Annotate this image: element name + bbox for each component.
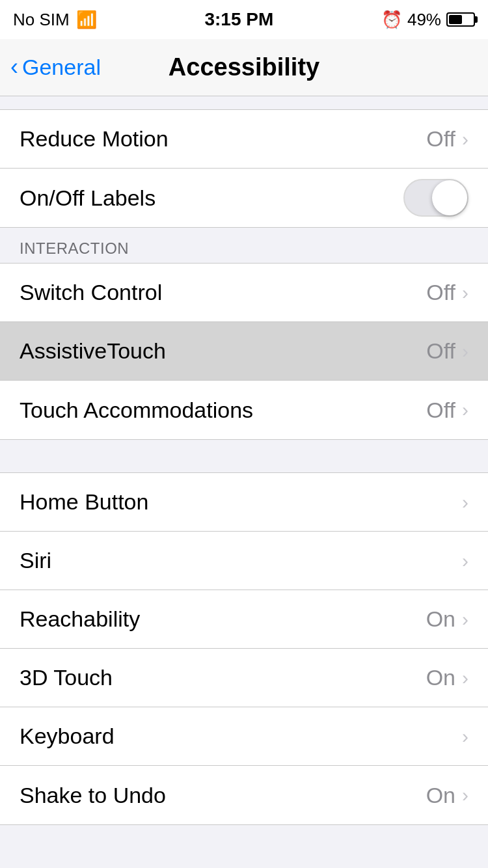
onoff-labels-toggle[interactable] xyxy=(403,179,468,217)
reduce-motion-chevron-icon: › xyxy=(462,128,468,150)
home-button-right: › xyxy=(462,491,468,513)
home-button-chevron-icon: › xyxy=(462,491,468,513)
reachability-label: Reachability xyxy=(20,606,140,632)
switch-control-right: Off › xyxy=(426,280,468,305)
interaction-list: Switch Control Off › AssistiveTouch Off … xyxy=(0,263,488,440)
siri-right: › xyxy=(462,550,468,572)
toggle-knob xyxy=(432,180,467,215)
assistivetouch-label: AssistiveTouch xyxy=(20,338,166,364)
siri-item[interactable]: Siri › xyxy=(0,532,488,590)
3d-touch-label: 3D Touch xyxy=(20,665,113,690)
3d-touch-chevron-icon: › xyxy=(462,667,468,689)
shake-to-undo-chevron-icon: › xyxy=(462,784,468,806)
siri-label: Siri xyxy=(20,548,51,573)
onoff-labels-label: On/Off Labels xyxy=(20,185,156,211)
section-interaction: INTERACTION Switch Control Off › Assisti… xyxy=(0,228,488,440)
section-more: Home Button › Siri › Reachability On › 3… xyxy=(0,472,488,825)
section-motion: Reduce Motion Off › On/Off Labels xyxy=(0,96,488,228)
page-title: Accessibility xyxy=(169,53,319,81)
more-list: Home Button › Siri › Reachability On › 3… xyxy=(0,472,488,825)
reachability-right: On › xyxy=(426,606,468,632)
reduce-motion-value: Off xyxy=(426,126,455,152)
touch-accommodations-label: Touch Accommodations xyxy=(20,398,253,423)
switch-control-chevron-icon: › xyxy=(462,282,468,304)
top-spacer xyxy=(0,96,488,109)
touch-accommodations-right: Off › xyxy=(426,398,468,423)
back-button[interactable]: ‹ General xyxy=(10,55,101,81)
siri-chevron-icon: › xyxy=(462,550,468,572)
touch-accommodations-chevron-icon: › xyxy=(462,399,468,421)
3d-touch-value: On xyxy=(426,665,455,690)
alarm-icon: ⏰ xyxy=(381,10,402,30)
interaction-section-header: INTERACTION xyxy=(0,228,488,263)
keyboard-item[interactable]: Keyboard › xyxy=(0,707,488,766)
home-button-label: Home Button xyxy=(20,489,148,515)
battery-percent: 49% xyxy=(407,10,441,30)
reduce-motion-label: Reduce Motion xyxy=(20,126,169,152)
back-label: General xyxy=(22,55,101,80)
reachability-chevron-icon: › xyxy=(462,608,468,631)
shake-to-undo-label: Shake to Undo xyxy=(20,783,166,808)
keyboard-label: Keyboard xyxy=(20,724,115,749)
assistivetouch-right: Off › xyxy=(426,338,468,364)
onoff-labels-item[interactable]: On/Off Labels xyxy=(0,169,488,227)
touch-accommodations-item[interactable]: Touch Accommodations Off › xyxy=(0,381,488,439)
group-spacer xyxy=(0,440,488,472)
shake-to-undo-right: On › xyxy=(426,783,468,808)
touch-accommodations-value: Off xyxy=(426,398,455,423)
keyboard-right: › xyxy=(462,726,468,748)
shake-to-undo-value: On xyxy=(426,783,455,808)
reduce-motion-item[interactable]: Reduce Motion Off › xyxy=(0,110,488,169)
3d-touch-right: On › xyxy=(426,665,468,690)
back-chevron-icon: ‹ xyxy=(10,53,18,81)
nav-bar: ‹ General Accessibility xyxy=(0,39,488,96)
battery-body xyxy=(446,12,475,27)
status-time: 3:15 PM xyxy=(204,9,273,30)
switch-control-label: Switch Control xyxy=(20,280,162,305)
motion-list: Reduce Motion Off › On/Off Labels xyxy=(0,109,488,228)
battery-fill xyxy=(449,15,462,24)
status-left: No SIM 📶 xyxy=(13,10,97,30)
assistivetouch-item[interactable]: AssistiveTouch Off › xyxy=(0,322,488,381)
onoff-labels-right xyxy=(403,179,468,217)
home-button-item[interactable]: Home Button › xyxy=(0,473,488,532)
reachability-value: On xyxy=(426,606,455,632)
keyboard-chevron-icon: › xyxy=(462,726,468,748)
switch-control-value: Off xyxy=(426,280,455,305)
shake-to-undo-item[interactable]: Shake to Undo On › xyxy=(0,766,488,824)
battery-icon xyxy=(446,12,475,27)
reachability-item[interactable]: Reachability On › xyxy=(0,590,488,649)
status-bar: No SIM 📶 3:15 PM ⏰ 49% xyxy=(0,0,488,39)
switch-control-item[interactable]: Switch Control Off › xyxy=(0,264,488,322)
assistivetouch-chevron-icon: › xyxy=(462,340,468,362)
status-right: ⏰ 49% xyxy=(381,10,475,30)
3d-touch-item[interactable]: 3D Touch On › xyxy=(0,649,488,707)
carrier-label: No SIM xyxy=(13,10,70,30)
reduce-motion-right: Off › xyxy=(426,126,468,152)
assistivetouch-value: Off xyxy=(426,338,455,364)
wifi-icon: 📶 xyxy=(76,10,97,30)
